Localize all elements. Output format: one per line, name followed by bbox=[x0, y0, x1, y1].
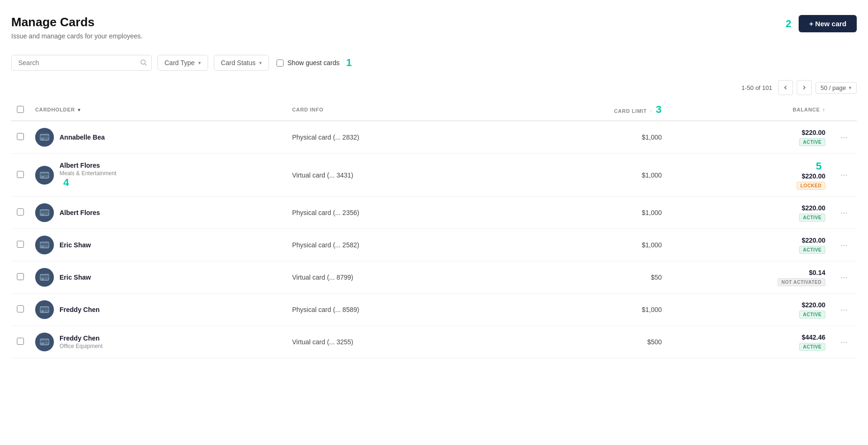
balance-cell: $220.00 ACTIVE bbox=[667, 229, 831, 261]
row-checkbox[interactable] bbox=[17, 338, 24, 345]
row-checkbox[interactable] bbox=[17, 171, 24, 178]
select-all-checkbox[interactable] bbox=[17, 106, 24, 113]
pagination-next-button[interactable] bbox=[797, 80, 812, 95]
table-header: CARDHOLDER ▾ CARD INFO CARD LIMIT ↑ 3 BA… bbox=[11, 99, 857, 121]
cardholder-info: Annabelle Bea bbox=[60, 134, 105, 141]
status-badge: ACTIVE bbox=[799, 311, 825, 319]
search-input[interactable] bbox=[11, 55, 152, 71]
card-info-text: Physical card (... 8589) bbox=[292, 306, 359, 313]
card-info-cell: Physical card (... 2832) bbox=[286, 121, 520, 154]
show-guest-cards-checkbox[interactable] bbox=[277, 59, 284, 67]
row-actions-button[interactable]: ··· bbox=[837, 335, 851, 349]
cardholder-info: Freddy Chen Office Equipment bbox=[60, 334, 103, 349]
balance-amount: $220.00 bbox=[673, 237, 825, 244]
per-page-label: 50 / page bbox=[821, 84, 846, 91]
card-limit-cell: $50 bbox=[520, 261, 667, 294]
per-page-chevron-icon: ▾ bbox=[849, 85, 852, 91]
row-actions-button[interactable]: ··· bbox=[837, 206, 851, 220]
card-limit-value: $1,000 bbox=[642, 306, 662, 313]
card-limit-value: $1,000 bbox=[642, 209, 662, 216]
card-status-dropdown[interactable]: Card Status ▾ bbox=[214, 55, 269, 71]
row-checkbox[interactable] bbox=[17, 133, 24, 140]
svg-rect-16 bbox=[42, 279, 44, 280]
row-checkbox[interactable] bbox=[17, 273, 24, 280]
card-info-cell: Physical card (... 2582) bbox=[286, 229, 520, 261]
row-checkbox[interactable] bbox=[17, 241, 24, 248]
card-avatar bbox=[35, 333, 54, 351]
cardholder-info: Freddy Chen bbox=[60, 306, 100, 313]
row-checkbox[interactable] bbox=[17, 208, 24, 215]
cardholder-info: Albert Flores bbox=[60, 209, 100, 216]
cardholder-sub: Meals & Entertainment bbox=[60, 170, 116, 177]
card-type-dropdown[interactable]: Card Type ▾ bbox=[157, 55, 208, 71]
svg-rect-18 bbox=[40, 308, 49, 310]
cardholder-info: Albert Flores Meals & Entertainment 4 bbox=[60, 162, 116, 189]
balance-amount: $220.00 bbox=[673, 301, 825, 309]
card-avatar bbox=[35, 203, 54, 222]
row-actions-button[interactable]: ··· bbox=[837, 238, 851, 252]
card-info-cell: Physical card (... 2356) bbox=[286, 197, 520, 229]
cardholder-name: Eric Shaw bbox=[60, 241, 91, 249]
card-limit-sort-icon: ↑ bbox=[650, 109, 652, 114]
card-type-chevron-icon: ▾ bbox=[198, 60, 201, 66]
show-guest-cards-label[interactable]: Show guest cards bbox=[277, 59, 339, 67]
balance-amount: $220.00 bbox=[673, 129, 825, 136]
cardholder-name: Eric Shaw bbox=[60, 274, 91, 281]
card-info-text: Physical card (... 2582) bbox=[292, 241, 359, 249]
card-limit-cell: $1,000 bbox=[520, 121, 667, 154]
cardholder-name: Albert Flores bbox=[60, 162, 116, 169]
status-badge: ACTIVE bbox=[799, 138, 825, 146]
table-row: Freddy Chen Office Equipment Virtual car… bbox=[11, 326, 857, 358]
row-actions-button[interactable]: ··· bbox=[837, 303, 851, 317]
card-limit-value: $1,000 bbox=[642, 241, 662, 249]
card-info-text: Virtual card (... 3431) bbox=[292, 171, 353, 179]
per-page-dropdown[interactable]: 50 / page ▾ bbox=[816, 82, 857, 94]
table-row: Albert Flores Physical card (... 2356) $… bbox=[11, 197, 857, 229]
card-avatar bbox=[35, 128, 54, 147]
status-badge: ACTIVE bbox=[799, 343, 825, 351]
balance-cell: $442.46 ACTIVE bbox=[667, 326, 831, 358]
actions-cell: ··· bbox=[831, 121, 857, 154]
svg-rect-3 bbox=[40, 136, 49, 137]
header-right-wrap: 2 + New card bbox=[786, 15, 857, 32]
cardholder-name: Annabelle Bea bbox=[60, 134, 105, 141]
cardholder-cell: Albert Flores Meals & Entertainment 4 bbox=[30, 154, 286, 197]
filters-row: Card Type ▾ Card Status ▾ Show guest car… bbox=[11, 55, 857, 71]
table-row: Annabelle Bea Physical card (... 2832) $… bbox=[11, 121, 857, 154]
balance-amount: $220.00 bbox=[673, 204, 825, 212]
balance-cell: $220.00 ACTIVE bbox=[667, 121, 831, 154]
cardholder-cell: Eric Shaw bbox=[30, 261, 286, 294]
new-card-button[interactable]: + New card bbox=[799, 15, 857, 32]
row-check-cell bbox=[11, 197, 30, 229]
card-info-cell: Virtual card (... 8799) bbox=[286, 261, 520, 294]
row-check-cell bbox=[11, 154, 30, 197]
row-actions-button[interactable]: ··· bbox=[837, 271, 851, 284]
card-avatar bbox=[35, 300, 54, 319]
annotation-4: 4 bbox=[63, 177, 69, 188]
row-checkbox[interactable] bbox=[17, 305, 24, 312]
annotation-5: 5 bbox=[816, 160, 822, 172]
card-limit-cell: $1,000 bbox=[520, 154, 667, 197]
balance-amount: $220.00 bbox=[673, 172, 825, 180]
card-info-text: Virtual card (... 3255) bbox=[292, 338, 353, 346]
cardholder-cell: Freddy Chen Office Equipment bbox=[30, 326, 286, 358]
cardholder-cell: Annabelle Bea bbox=[30, 121, 286, 154]
card-limit-cell: $1,000 bbox=[520, 229, 667, 261]
card-status-label: Card Status bbox=[221, 59, 255, 67]
th-actions bbox=[831, 99, 857, 121]
svg-rect-9 bbox=[40, 211, 49, 213]
svg-rect-19 bbox=[42, 311, 44, 312]
th-cardholder[interactable]: CARDHOLDER ▾ bbox=[30, 99, 286, 121]
row-actions-button[interactable]: ··· bbox=[837, 168, 851, 182]
pagination-prev-button[interactable] bbox=[778, 80, 793, 95]
card-info-text: Physical card (... 2832) bbox=[292, 134, 359, 141]
row-actions-button[interactable]: ··· bbox=[837, 131, 851, 144]
th-balance[interactable]: BALANCE ↑ bbox=[667, 99, 831, 121]
cardholder-sub: Office Equipment bbox=[60, 343, 103, 349]
actions-cell: ··· bbox=[831, 154, 857, 197]
balance-amount: $0.14 bbox=[673, 269, 825, 276]
table-row: Eric Shaw Virtual card (... 8799) $50 $0… bbox=[11, 261, 857, 294]
status-badge: ACTIVE bbox=[799, 246, 825, 254]
th-card-limit[interactable]: CARD LIMIT ↑ 3 bbox=[520, 99, 667, 121]
cardholder-name: Albert Flores bbox=[60, 209, 100, 216]
